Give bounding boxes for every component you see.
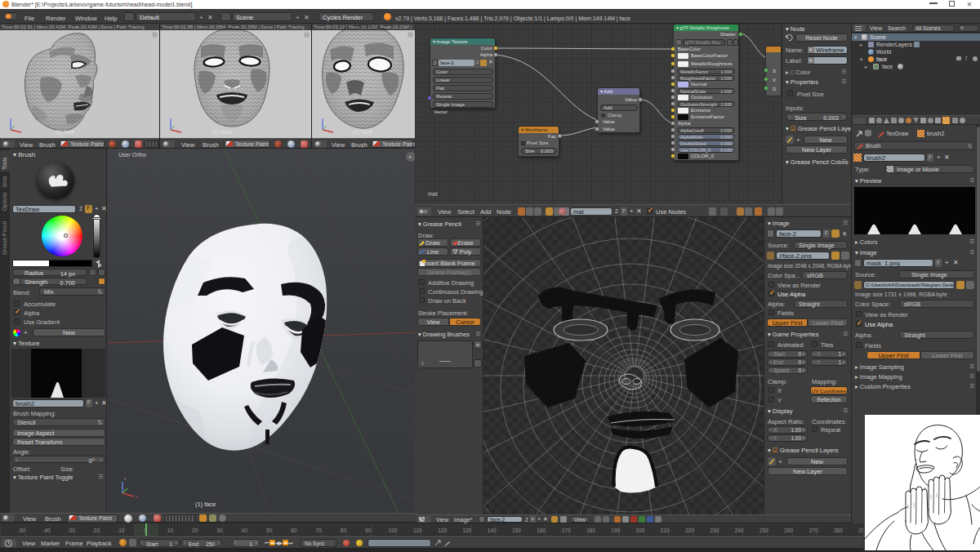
svg-text:(1) face: (1) face [56,129,75,136]
svg-text:(1) face: (1) face [353,129,372,136]
svg-text:(1) face: (1) face [195,501,216,508]
svg-text:+: + [408,154,412,161]
svg-text:User Ortho: User Ortho [118,152,146,158]
svg-text:x: x [136,494,138,499]
svg-text:z: z [124,476,127,481]
svg-text:(1) face: (1) face [212,129,232,136]
